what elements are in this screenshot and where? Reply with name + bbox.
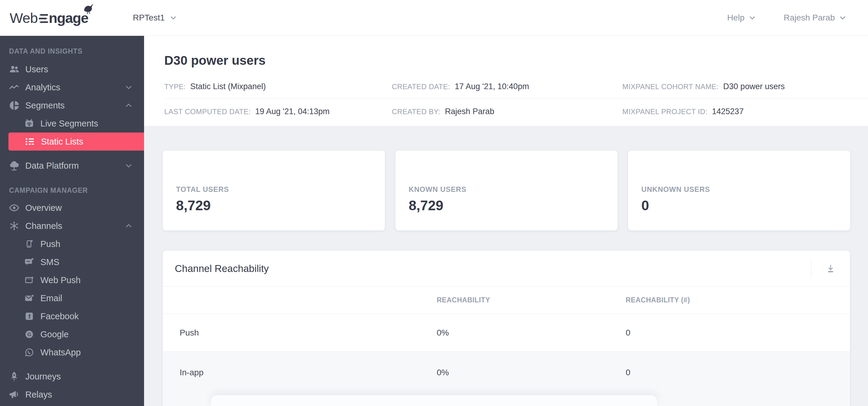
meta-value: D30 power users [723, 82, 785, 91]
panel-title: Channel Reachability [175, 263, 269, 274]
sidebar-item-web-push[interactable]: Web Push [0, 271, 144, 289]
sidebar-item-email[interactable]: Email [0, 289, 144, 307]
project-name: RPTest1 [133, 13, 165, 23]
webengage-app: Web ngage RPTest1 [0, 0, 868, 406]
meta-row-1: TYPE: Static List (Mixpanel) CREATED DAT… [164, 80, 868, 93]
sidebar-item-google[interactable]: G Google [0, 325, 144, 343]
sidebar-item-label: Analytics [25, 82, 60, 93]
download-button[interactable] [811, 250, 850, 286]
stat-card-known-users: KNOWN USERS 8,729 [396, 150, 618, 230]
meta-type: TYPE: Static List (Mixpanel) [164, 82, 392, 91]
stat-label: UNKNOWN USERS [641, 185, 850, 194]
user-menu[interactable]: Rajesh Parab [784, 13, 846, 23]
meta-value: 17 Aug '21, 10:40pm [455, 82, 529, 91]
sidebar-item-label: Overview [25, 203, 62, 213]
facebook-icon: f [24, 311, 34, 322]
sidebar-item-sms[interactable]: SMS [0, 253, 144, 271]
chevron-down-icon [125, 162, 133, 170]
sidebar-item-static-lists[interactable]: Static Lists [8, 133, 144, 150]
list-info-band: D30 power users TYPE: Static List (Mixpa… [144, 36, 868, 126]
sidebar-item-segments[interactable]: Segments [0, 96, 144, 114]
help-label: Help [727, 13, 745, 23]
sidebar-item-relays[interactable]: Relays [0, 385, 144, 404]
logo-arrows-e-icon [39, 13, 48, 24]
chevron-down-icon [125, 83, 133, 91]
meta-label: MIXPANEL COHORT NAME: [622, 82, 719, 91]
page-title: D30 power users [164, 53, 266, 68]
column-header-reachability: REACHABILITY [437, 296, 626, 304]
whatsapp-icon [24, 347, 34, 358]
user-name: Rajesh Parab [784, 13, 835, 23]
download-icon [826, 264, 836, 274]
panel-header: Channel Reachability [163, 250, 850, 287]
project-selector[interactable]: RPTest1 [133, 13, 177, 23]
sidebar-item-push[interactable]: Push [0, 235, 144, 253]
meta-created-date: CREATED DATE: 17 Aug '21, 10:40pm [392, 82, 622, 91]
meta-label: CREATED DATE: [392, 82, 450, 91]
eye-icon [8, 202, 20, 213]
sidebar-section-data-and-insights: DATA AND INSIGHTS [9, 47, 144, 56]
cell-reachability-count: 0 [626, 328, 850, 338]
segments-icon [8, 100, 20, 111]
megaphone-icon [8, 389, 20, 400]
svg-text:G: G [27, 332, 31, 337]
meta-label: TYPE: [164, 82, 186, 91]
meta-label: MIXPANEL PROJECT ID: [622, 107, 707, 116]
meta-label: LAST COMPUTED DATE: [164, 107, 251, 116]
header-right: Help Rajesh Parab [727, 13, 846, 23]
panel-tools [811, 250, 850, 286]
cell-channel: In-app [180, 364, 437, 381]
rocket-icon [8, 371, 20, 382]
sidebar-item-label: Static Lists [41, 137, 83, 147]
chevron-down-icon [839, 14, 846, 22]
stat-cards-row: TOTAL USERS 8,729 KNOWN USERS 8,729 UNKN… [163, 150, 850, 230]
channel-reachability-panel: Channel Reachability REACHA [163, 250, 850, 406]
help-menu[interactable]: Help [727, 13, 756, 23]
sidebar-item-label: Channels [25, 221, 62, 231]
cell-reachability: 0% [437, 328, 626, 338]
cell-channel: Push [180, 328, 437, 338]
sidebar-item-label: Data Platform [25, 161, 79, 171]
cell-reachability-count: 0 [626, 364, 850, 381]
sidebar-item-data-platform[interactable]: Data Platform [0, 157, 144, 175]
sidebar-item-live-segments[interactable]: Live Segments [0, 114, 144, 133]
sidebar-item-users[interactable]: Users [0, 60, 144, 78]
chevron-down-icon [749, 14, 756, 22]
google-icon: G [24, 329, 34, 339]
stat-label: KNOWN USERS [409, 185, 618, 194]
sidebar-item-label: Google [40, 330, 69, 339]
meta-mixpanel-project-id: MIXPANEL PROJECT ID: 1425237 [622, 107, 868, 116]
sidebar-item-overview[interactable]: Overview [0, 199, 144, 217]
sidebar-item-label: Web Push [40, 275, 81, 285]
sidebar-section-campaign-manager: CAMPAIGN MANAGER [9, 186, 144, 195]
chevron-down-icon [170, 14, 177, 22]
column-header-reachability-count: REACHABILITY (#) [626, 296, 850, 304]
webengage-logo[interactable]: Web ngage [10, 10, 88, 26]
sidebar-item-label: Facebook [40, 311, 79, 322]
sidebar-item-label: WhatsApp [40, 347, 81, 358]
mobile-push-icon [24, 239, 34, 249]
bottom-overlay-edge [211, 395, 657, 406]
sidebar-item-journeys[interactable]: Journeys [0, 367, 144, 385]
top-header: Web ngage RPTest1 [0, 0, 868, 36]
meta-value: Static List (Mixpanel) [190, 82, 266, 91]
chevron-up-icon [125, 102, 133, 109]
meta-row-2: LAST COMPUTED DATE: 19 Aug '21, 04:13pm … [164, 105, 868, 118]
main-content: D30 power users TYPE: Static List (Mixpa… [144, 36, 868, 406]
meta-mixpanel-cohort-name: MIXPANEL COHORT NAME: D30 power users [622, 82, 868, 91]
stat-value: 8,729 [176, 197, 385, 213]
sidebar-item-analytics[interactable]: Analytics [0, 78, 144, 96]
logo-bird-icon [82, 2, 96, 15]
stat-value: 8,729 [409, 197, 618, 213]
static-lists-icon [24, 136, 36, 147]
email-envelope-icon [24, 293, 34, 303]
chevron-up-icon [125, 222, 133, 230]
sidebar-item-whatsapp[interactable]: WhatsApp [0, 343, 144, 362]
meta-value: 1425237 [712, 107, 744, 116]
sidebar-item-facebook[interactable]: f Facebook [0, 307, 144, 325]
sidebar: DATA AND INSIGHTS Users Analyt [0, 36, 144, 406]
sidebar-item-label: Live Segments [40, 119, 98, 129]
stat-value: 0 [641, 197, 850, 213]
sidebar-item-channels[interactable]: Channels [0, 217, 144, 235]
stat-card-total-users: TOTAL USERS 8,729 [163, 150, 385, 230]
